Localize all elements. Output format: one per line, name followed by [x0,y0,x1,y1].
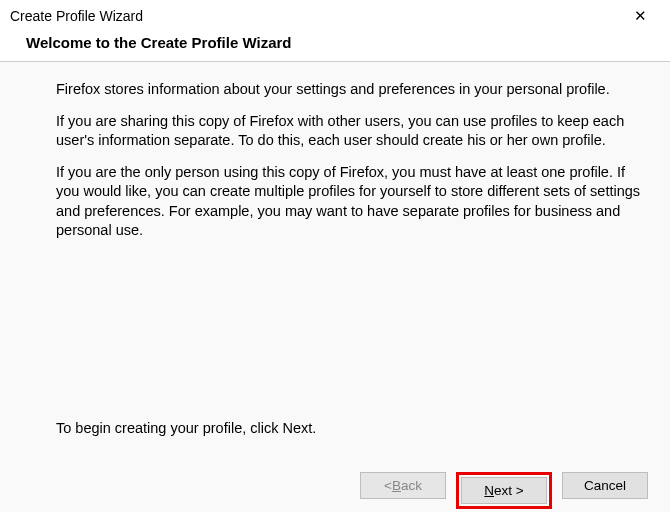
intro-para-3: If you are the only person using this co… [56,163,646,241]
next-button[interactable]: Next > [461,477,547,504]
close-button[interactable]: ✕ [620,4,660,28]
back-rest: ack [401,478,422,493]
button-row: < Back Next > Cancel [0,462,670,512]
content-spacer [56,253,646,420]
next-accelerator: N [484,483,494,498]
window-title: Create Profile Wizard [10,8,143,24]
intro-paragraphs: Firefox stores information about your se… [56,80,646,253]
next-rest: ext > [494,483,524,498]
next-button-highlight: Next > [456,472,552,509]
back-accelerator: B [392,478,401,493]
titlebar: Create Profile Wizard ✕ [0,0,670,30]
wizard-title: Welcome to the Create Profile Wizard [26,34,660,51]
intro-para-2: If you are sharing this copy of Firefox … [56,112,646,151]
back-button: < Back [360,472,446,499]
cancel-button[interactable]: Cancel [562,472,648,499]
back-prefix: < [384,478,392,493]
begin-instruction: To begin creating your profile, click Ne… [56,420,646,436]
wizard-content: Firefox stores information about your se… [0,62,670,462]
close-icon: ✕ [634,7,647,25]
wizard-header: Welcome to the Create Profile Wizard [0,30,670,61]
intro-para-1: Firefox stores information about your se… [56,80,646,100]
